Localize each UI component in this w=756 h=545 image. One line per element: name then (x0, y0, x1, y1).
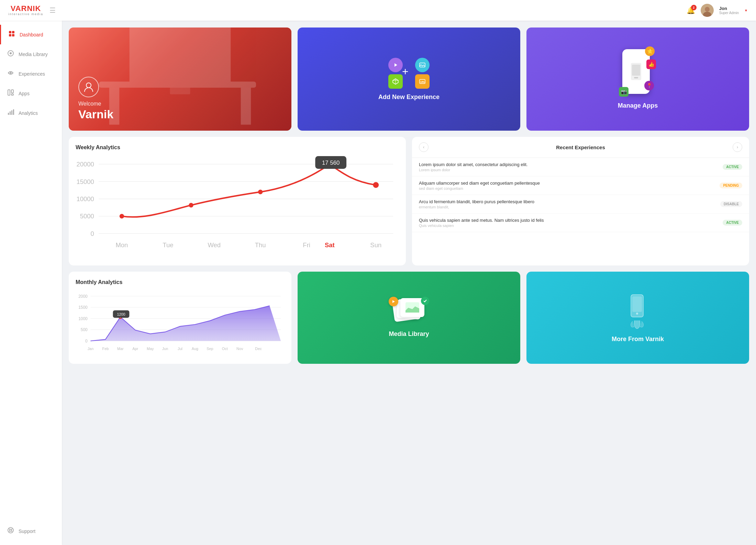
list-item[interactable]: Lorem ipsum dolor sit amet, consectetur … (412, 158, 749, 176)
manage-apps-card[interactable]: ⭐ 👍 📍 📷 Manage Apps (526, 28, 749, 131)
exp-item-title: Aliquam ullamcorper sed diam eget congue… (419, 181, 720, 186)
media-library-icon (7, 50, 14, 58)
logo-text: VARNIK (11, 5, 41, 12)
add-experience-icons: + URL (388, 58, 430, 89)
svg-rect-5 (9, 34, 11, 36)
dashboard-icon (8, 30, 15, 39)
sidebar-label-media-library: Media Library (19, 52, 48, 57)
user-dropdown-arrow[interactable]: ▼ (744, 9, 748, 12)
sidebar-item-media-library[interactable]: Media Library (0, 44, 62, 64)
svg-point-50 (258, 189, 263, 194)
logo-sub: interactive media (8, 12, 43, 16)
svg-point-18 (10, 529, 12, 531)
svg-rect-10 (8, 90, 10, 95)
notification-bell[interactable]: 🔔 2 (687, 6, 695, 14)
phone-mockup-wrap: ⭐ 👍 📍 📷 (622, 49, 653, 97)
svg-point-1 (705, 7, 710, 12)
svg-point-8 (10, 52, 12, 54)
exp-item-title: Arcu id fermentum blandit, libero purus … (419, 199, 720, 204)
svg-text:500: 500 (81, 328, 88, 333)
prev-arrow[interactable]: ‹ (419, 142, 429, 152)
middle-row: Weekly Analytics 20000 15000 10000 5000 … (69, 137, 749, 265)
svg-text:5000: 5000 (80, 212, 94, 220)
svg-text:2000: 2000 (78, 294, 88, 299)
svg-text:Sun: Sun (370, 241, 381, 249)
svg-rect-16 (13, 109, 14, 115)
monthly-chart: 2000 1500 1000 500 0 (76, 291, 285, 358)
sidebar-item-experiences[interactable]: Experiences (0, 64, 62, 84)
more-varnik-phone (627, 293, 648, 331)
svg-point-9 (10, 72, 12, 74)
cube-icon-bubble (388, 74, 403, 89)
status-badge: ACTIVE (723, 220, 742, 226)
svg-text:Dec: Dec (255, 347, 262, 351)
sidebar-label-dashboard: Dashboard (20, 32, 43, 37)
bottom-row: Monthly Analytics 2000 1500 1000 500 0 (69, 272, 749, 363)
weekly-analytics-card: Weekly Analytics 20000 15000 10000 5000 … (69, 137, 406, 265)
welcome-card: Welcome Varnik (69, 28, 291, 131)
notification-badge: 2 (691, 5, 697, 10)
more-from-varnik-label: More From Varnik (612, 336, 664, 343)
svg-text:1000: 1000 (78, 316, 88, 321)
add-experience-label: Add New Experience (378, 94, 440, 101)
recent-experiences-title: Recent Experiences (556, 144, 605, 150)
recent-experiences-card: ‹ Recent Experiences › Lorem ipsum dolor… (412, 137, 749, 265)
experience-list: Lorem ipsum dolor sit amet, consectetur … (412, 158, 749, 232)
sidebar-item-analytics[interactable]: Analytics (0, 103, 62, 123)
sidebar-item-dashboard[interactable]: Dashboard (0, 25, 62, 44)
user-role: Super Admin (719, 11, 739, 15)
add-experience-card[interactable]: + URL Add New (298, 28, 520, 131)
svg-text:Feb: Feb (102, 347, 109, 351)
exp-item-title: Quis vehicula sapien ante sed metus. Nam… (419, 218, 723, 223)
topnav-right: 🔔 2 Jon Super Admin ▼ (687, 4, 748, 17)
svg-text:Apr: Apr (132, 347, 138, 351)
instagram-icon-float: 📷 (619, 87, 629, 97)
manage-apps-label: Manage Apps (618, 102, 658, 109)
next-arrow[interactable]: › (733, 142, 742, 152)
svg-text:URL: URL (420, 81, 425, 83)
svg-text:Tue: Tue (163, 241, 173, 249)
svg-text:1200: 1200 (117, 312, 125, 316)
monthly-analytics-card: Monthly Analytics 2000 1500 1000 500 0 (69, 272, 291, 363)
svg-text:1500: 1500 (78, 305, 88, 310)
list-item[interactable]: Arcu id fermentum blandit, libero purus … (412, 195, 749, 214)
weekly-chart: 20000 15000 10000 5000 0 (76, 156, 399, 260)
more-from-varnik-card[interactable]: More From Varnik (526, 272, 749, 363)
exp-item-sub: ermentum blandit, (419, 205, 720, 209)
hamburger-icon[interactable]: ☰ (49, 6, 56, 14)
svg-rect-36 (632, 65, 640, 76)
svg-text:Fri: Fri (303, 241, 310, 249)
avatar (701, 4, 714, 17)
svg-rect-94 (632, 296, 642, 312)
topnav-left: VARNIK interactive media ☰ (8, 5, 56, 16)
sidebar-item-support[interactable]: Support (0, 521, 62, 541)
sidebar-bottom: Support (0, 521, 62, 541)
list-item[interactable]: Aliquam ullamcorper sed diam eget congue… (412, 176, 749, 195)
svg-rect-15 (11, 110, 12, 115)
svg-text:Mar: Mar (117, 347, 124, 351)
status-badge: PENDING (720, 183, 742, 188)
svg-text:Nov: Nov (236, 347, 243, 351)
svg-line-22 (12, 531, 13, 533)
svg-rect-6 (12, 34, 14, 36)
svg-line-19 (9, 528, 10, 530)
svg-text:0: 0 (85, 339, 88, 344)
svg-marker-92 (392, 300, 395, 303)
status-badge: DISABLE (720, 201, 742, 207)
svg-point-28 (86, 83, 91, 88)
sidebar-item-apps[interactable]: Apps (0, 84, 62, 103)
list-item[interactable]: Quis vehicula sapien ante sed metus. Nam… (412, 214, 749, 232)
svg-rect-4 (12, 31, 14, 33)
svg-marker-29 (394, 63, 397, 67)
monthly-analytics-title: Monthly Analytics (76, 279, 285, 285)
weekly-analytics-title: Weekly Analytics (76, 144, 399, 151)
image-icon-bubble (415, 58, 430, 72)
media-library-card[interactable]: Media Library (298, 272, 520, 363)
svg-text:Jan: Jan (88, 347, 93, 351)
svg-text:May: May (147, 347, 154, 351)
exp-item-sub: Lorem ipsum dolor (419, 168, 723, 172)
user-name: Jon (719, 6, 739, 11)
svg-text:Thu: Thu (255, 241, 266, 249)
svg-text:Mon: Mon (115, 241, 128, 249)
svg-text:Oct: Oct (222, 347, 228, 351)
